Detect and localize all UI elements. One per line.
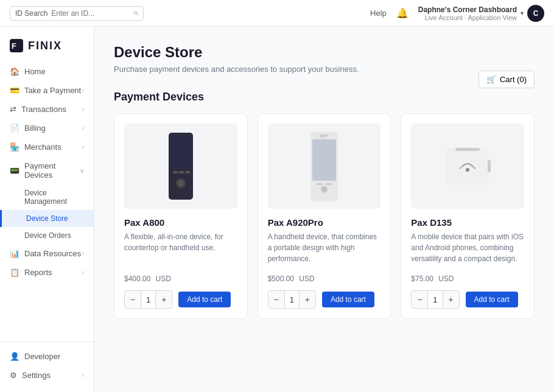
quantity-increase-button[interactable]: + (156, 291, 172, 308)
product-price: $75.00 USD (411, 273, 524, 283)
sidebar-sub-item-device-store[interactable]: Device Store (0, 210, 94, 227)
product-name: Pax A800 (124, 217, 237, 228)
quantity-value: 1 (284, 291, 300, 308)
payment-icon: 💳 (10, 86, 19, 95)
topbar-right: Help 🔔 Daphne's Corner Dashboard Live Ac… (370, 5, 544, 22)
sidebar-item-label: Home (24, 67, 46, 76)
transactions-icon: ⇄ (10, 105, 16, 114)
svg-line-1 (136, 14, 138, 15)
product-card-pax-d135: Pax D135 A mobile device that pairs with… (401, 113, 535, 319)
chevron-right-icon: › (82, 144, 84, 150)
product-desc: A handheld device, that combines a porta… (268, 231, 381, 264)
developer-icon: 👤 (10, 352, 19, 361)
logo-area: F FINIX (0, 34, 94, 62)
quantity-control: − 1 + (124, 290, 172, 309)
svg-rect-6 (170, 137, 191, 167)
sidebar-item-billing[interactable]: 📄 Billing › (0, 119, 94, 138)
home-icon: 🏠 (10, 67, 19, 76)
quantity-value: 1 (427, 291, 443, 308)
sidebar-item-take-a-payment[interactable]: 💳 Take a Payment › (0, 81, 94, 100)
finix-logo-icon: F (10, 39, 23, 52)
svg-point-8 (178, 180, 184, 186)
sidebar-item-label: Settings (22, 371, 51, 380)
svg-rect-27 (488, 160, 491, 172)
settings-icon: ⚙ (10, 371, 17, 380)
cart-button[interactable]: 🛒 Cart (0) (479, 71, 535, 88)
logo-text: FINIX (28, 40, 62, 52)
avatar[interactable]: C (527, 5, 544, 22)
product-price: $400.00 USD (124, 273, 237, 283)
sidebar-item-settings[interactable]: ⚙ Settings › (0, 366, 94, 385)
quantity-decrease-button[interactable]: − (412, 291, 427, 308)
product-image-pax-a800 (124, 124, 237, 209)
svg-rect-18 (317, 183, 323, 185)
chevron-right-icon: › (82, 125, 84, 131)
main-layout: F FINIX 🏠 Home 💳 Take a Payment › ⇄ Tran… (0, 27, 554, 392)
sidebar-item-label: Data Resources (24, 249, 81, 258)
svg-rect-11 (185, 171, 190, 173)
svg-point-17 (322, 187, 326, 191)
sidebar-item-developer[interactable]: 👤 Developer (0, 347, 94, 366)
cart-icon: 🛒 (486, 75, 496, 84)
data-resources-icon: 📊 (10, 249, 19, 258)
sidebar-item-label: Take a Payment (24, 86, 81, 95)
user-info: Daphne's Corner Dashboard Live Account ·… (418, 5, 544, 22)
chevron-down-icon: ∨ (80, 167, 84, 174)
user-meta: Live Account · Application View (418, 14, 517, 21)
merchants-icon: 🏪 (10, 142, 19, 152)
quantity-increase-button[interactable]: + (443, 291, 459, 308)
bell-icon[interactable]: 🔔 (396, 7, 408, 19)
sidebar-item-label: Payment Devices (24, 161, 80, 180)
quantity-control: − 1 + (268, 290, 316, 309)
quantity-decrease-button[interactable]: − (268, 291, 284, 308)
payment-devices-icon: 📟 (10, 166, 19, 175)
svg-rect-14 (312, 139, 336, 181)
svg-rect-10 (179, 171, 184, 173)
sidebar-item-reports[interactable]: 📋 Reports › (0, 263, 94, 282)
page-subtitle: Purchase payment devices and accessories… (114, 65, 359, 74)
topbar: ID Search Help 🔔 Daphne's Corner Dashboa… (0, 0, 554, 27)
billing-icon: 📄 (10, 124, 19, 133)
quantity-decrease-button[interactable]: − (125, 291, 141, 308)
svg-point-20 (320, 136, 321, 138)
add-to-cart-button[interactable]: Add to cart (466, 292, 518, 307)
id-search-input[interactable] (51, 9, 129, 18)
quantity-increase-button[interactable]: + (300, 291, 315, 308)
sidebar-item-label: Reports (24, 268, 52, 277)
product-grid: Pax A800 A flexible, all-in-one device, … (114, 113, 535, 319)
svg-point-25 (466, 168, 469, 172)
product-name: Pax D135 (411, 217, 524, 228)
sidebar-item-label: Developer (24, 352, 60, 361)
chevron-right-icon: › (82, 87, 84, 94)
svg-rect-24 (446, 148, 489, 184)
sidebar-item-transactions[interactable]: ⇄ Transactions › (0, 100, 94, 119)
product-actions: − 1 + Add to cart (124, 290, 237, 309)
sidebar-item-label: Billing (24, 124, 46, 133)
sidebar-item-home[interactable]: 🏠 Home (0, 62, 94, 81)
id-search-area[interactable]: ID Search (10, 6, 144, 21)
page-title: Device Store (114, 44, 359, 61)
product-actions: − 1 + Add to cart (268, 290, 381, 309)
svg-point-21 (322, 136, 323, 138)
reports-icon: 📋 (10, 268, 19, 277)
sidebar-item-data-resources[interactable]: 📊 Data Resources › (0, 244, 94, 263)
product-desc: A mobile device that pairs with iOS and … (411, 231, 524, 264)
svg-text:F: F (12, 41, 16, 51)
sidebar-item-payment-devices[interactable]: 📟 Payment Devices ∨ (0, 156, 94, 184)
add-to-cart-button[interactable]: Add to cart (178, 292, 231, 307)
sidebar: F FINIX 🏠 Home 💳 Take a Payment › ⇄ Tran… (0, 27, 94, 392)
sidebar-sub-item-device-orders[interactable]: Device Orders (0, 227, 94, 244)
sidebar-item-merchants[interactable]: 🏪 Merchants › (0, 138, 94, 156)
chevron-down-icon[interactable]: ▾ (521, 10, 524, 16)
add-to-cart-button[interactable]: Add to cart (322, 292, 374, 307)
product-card-pax-a800: Pax A800 A flexible, all-in-one device, … (114, 113, 248, 319)
help-link[interactable]: Help (370, 9, 387, 18)
product-desc: A flexible, all-in-one device, for count… (124, 231, 237, 264)
product-name: Pax A920Pro (268, 217, 381, 228)
sidebar-item-label: Merchants (24, 142, 61, 152)
sidebar-sub-item-device-management[interactable]: Device Management (0, 184, 94, 210)
id-search-label: ID Search (15, 9, 47, 18)
product-actions: − 1 + Add to cart (411, 290, 524, 309)
svg-point-22 (324, 136, 325, 138)
user-details: Daphne's Corner Dashboard Live Account ·… (418, 5, 517, 21)
